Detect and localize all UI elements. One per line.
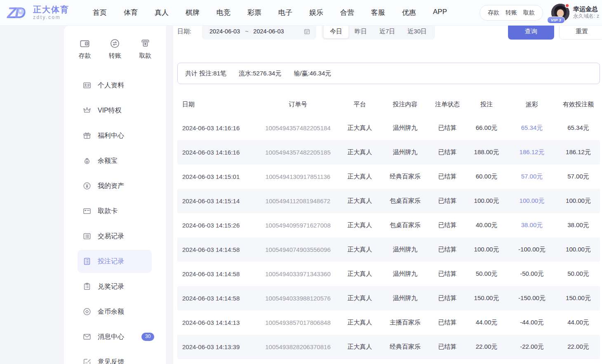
sidebar-item-2[interactable]: 福利中心 [78, 124, 152, 147]
quick-action-label: 转账 [109, 52, 121, 60]
cell-7: 100.00元 [557, 246, 600, 254]
cell-2: 正大真人 [338, 197, 381, 205]
cell-1: 1005493857017806848 [258, 319, 338, 326]
summary-item-2: 输/赢:46.34元 [294, 70, 331, 77]
user-avatar-wrap[interactable]: VIP 3 [551, 4, 569, 22]
sidebar-item-label: 福利中心 [98, 132, 124, 140]
sidebar-item-3[interactable]: 余额宝 [78, 149, 152, 172]
column-header-6: 派彩 [507, 101, 557, 108]
date-range-input[interactable]: 2024-06-03 ~ 2024-06-03 [202, 23, 316, 40]
sidebar-item-1[interactable]: VIP特权 [78, 99, 152, 122]
cell-3: 温州牌九 [381, 124, 429, 132]
nav-item-4[interactable]: 电竞 [216, 8, 230, 17]
table-row[interactable]: 2024-06-03 14:14:581005494033971343360正大… [177, 262, 600, 286]
table-row[interactable]: 2024-06-03 14:15:011005494130917851136正大… [177, 164, 600, 189]
sidebar-item-label: VIP特权 [98, 106, 122, 115]
reset-button[interactable]: 重置 [559, 23, 602, 40]
wallet-action-1[interactable]: 转账 [506, 9, 517, 16]
summary-bar: 共计 投注:81笔流水:5276.34元输/赢:46.34元 [177, 63, 600, 84]
cell-4: 已结算 [429, 294, 466, 302]
cell-0: 2024-06-03 14:16:16 [177, 149, 258, 156]
cell-2: 正大真人 [338, 319, 381, 326]
user-permanent-domain[interactable]: 永久域名: z [573, 13, 602, 20]
coin-icon [82, 307, 92, 316]
sidebar-item-6[interactable]: 交易记录 [78, 225, 152, 248]
cell-4: 已结算 [429, 173, 466, 181]
nav-item-8[interactable]: 合营 [340, 8, 354, 17]
nav-item-1[interactable]: 体育 [124, 8, 138, 17]
nav-item-0[interactable]: 首页 [93, 8, 107, 17]
top-navbar: Z D 正大体育 zdty.com 首页体育真人棋牌电竞彩票电子娱乐合营客服优惠… [0, 0, 602, 26]
sidebar-item-10[interactable]: 消息中心30 [78, 325, 152, 348]
nav-item-10[interactable]: 优惠 [402, 8, 416, 17]
cell-7: 65.34元 [557, 124, 600, 132]
table-body: 2024-06-03 14:16:161005494357482205184正大… [177, 116, 600, 359]
column-header-3: 投注内容 [381, 101, 429, 108]
date-preset-3[interactable]: 近30日 [401, 25, 433, 38]
date-preset-0[interactable]: 今日 [324, 25, 348, 38]
table-row[interactable]: 2024-06-03 14:15:141005494112081948672正大… [177, 189, 600, 213]
table-row[interactable]: 2024-06-03 14:14:581005494074903556096正大… [177, 237, 600, 262]
cell-0: 2024-06-03 14:14:58 [177, 270, 258, 277]
sidebar-item-11[interactable]: 意见反馈 [78, 350, 152, 364]
date-to-value[interactable]: 2024-06-03 [253, 28, 284, 35]
user-meta: 幸运金总 永久域名: z [573, 5, 602, 19]
cell-7: 150.00元 [557, 294, 600, 302]
table-row[interactable]: 2024-06-03 14:14:131005493857017806848正大… [177, 310, 600, 335]
nav-item-11[interactable]: APP [433, 8, 447, 17]
quick-action-0[interactable]: 存款 [70, 38, 100, 60]
cell-3: 经典百家乐 [381, 173, 429, 181]
date-preset-1[interactable]: 昨日 [348, 25, 373, 38]
nav-item-3[interactable]: 棋牌 [186, 8, 200, 17]
sidebar-quick-actions: 存款 转账 取款 [64, 26, 166, 60]
table-header-row: 日期订单号平台投注内容注单状态投注派彩有效投注额 [177, 93, 600, 116]
sidebar-item-4[interactable]: 我的资产 [78, 174, 152, 197]
date-from-value[interactable]: 2024-06-03 [209, 28, 240, 35]
cell-1: 1005494130917851136 [258, 173, 338, 180]
deposit-icon [79, 38, 90, 49]
nav-item-9[interactable]: 客服 [371, 8, 385, 17]
cell-6: -100.00元 [507, 246, 557, 254]
cell-4: 已结算 [429, 319, 466, 326]
table-row[interactable]: 2024-06-03 14:13:391005493828206370816正大… [177, 335, 600, 359]
table-row[interactable]: 2024-06-03 14:16:161005494357482205184正大… [177, 116, 600, 140]
sidebar-item-label: 余额宝 [98, 157, 118, 165]
nav-item-6[interactable]: 电子 [278, 8, 292, 17]
piggy-icon [82, 156, 92, 165]
nav-item-2[interactable]: 真人 [155, 8, 169, 17]
nav-item-7[interactable]: 娱乐 [309, 8, 323, 17]
vip-badge: VIP 3 [547, 16, 565, 23]
table-row[interactable]: 2024-06-03 14:16:161005494357482205185正大… [177, 140, 600, 164]
wallet-action-2[interactable]: 取款 [523, 9, 535, 16]
cell-5: 22.00元 [466, 343, 507, 351]
cell-6: 57.00元 [507, 173, 557, 181]
cell-7: 38.00元 [557, 221, 600, 229]
cell-4: 已结算 [429, 148, 466, 156]
cell-5: 66.00元 [466, 124, 507, 132]
cell-5: 60.00元 [466, 173, 507, 181]
cell-3: 温州牌九 [381, 294, 429, 302]
quick-action-2[interactable]: 取款 [130, 38, 160, 60]
cell-7: 186.12元 [557, 148, 600, 156]
mail-icon [82, 332, 92, 341]
sidebar-item-9[interactable]: 金币余额 [78, 300, 152, 323]
table-row[interactable]: 2024-06-03 14:15:261005494095971627008正大… [177, 213, 600, 237]
cell-1: 1005494112081948672 [258, 197, 338, 204]
sidebar-item-0[interactable]: 个人资料 [78, 74, 152, 97]
unread-badge: 30 [141, 333, 154, 341]
brand-logo[interactable]: Z D 正大体育 zdty.com [7, 3, 69, 22]
cell-1: 1005493828206370816 [258, 343, 338, 350]
cell-0: 2024-06-03 14:16:16 [177, 124, 258, 132]
quick-action-1[interactable]: 转账 [100, 38, 130, 60]
cell-6: 38.00元 [507, 221, 557, 229]
date-preset-2[interactable]: 近7日 [373, 25, 401, 38]
query-button[interactable]: 查询 [508, 23, 554, 40]
wallet-action-0[interactable]: 存款 [488, 9, 499, 16]
sidebar-item-7[interactable]: 投注记录 [78, 250, 152, 273]
table-row[interactable]: 2024-06-03 14:14:581005494033988120576正大… [177, 286, 600, 310]
sidebar-item-8[interactable]: 兑奖记录 [78, 275, 152, 298]
calendar-icon[interactable] [303, 28, 310, 35]
nav-item-5[interactable]: 彩票 [247, 8, 261, 17]
cell-1: 1005494033988120576 [258, 295, 338, 302]
sidebar-item-5[interactable]: 取款卡 [78, 200, 152, 223]
